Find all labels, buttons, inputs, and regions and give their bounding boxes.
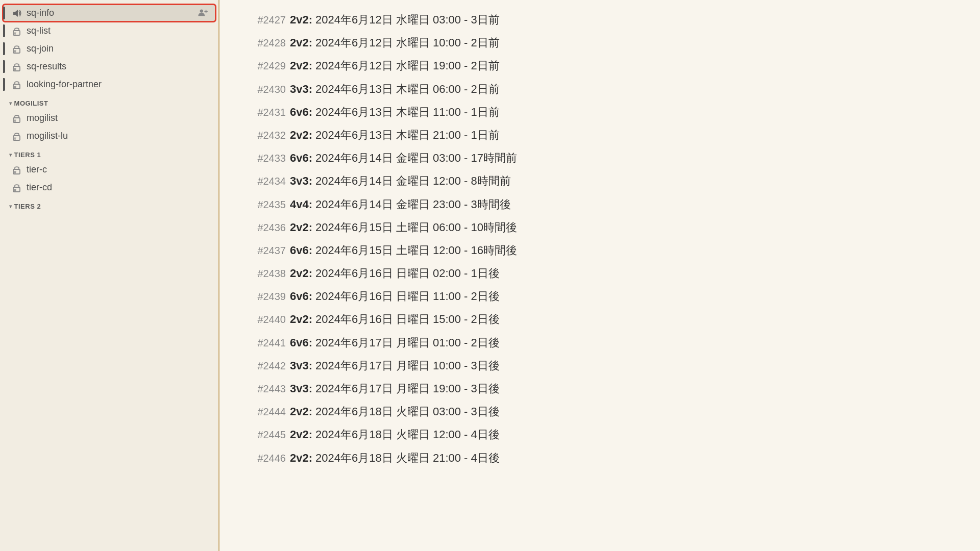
message-content: 2024年6月17日 月曜日 10:00 - 3日後	[315, 357, 500, 374]
svg-marker-0	[13, 10, 18, 17]
section-mogilist[interactable]: ▾ MOGILIST	[0, 93, 218, 109]
channel-name-sq-info: sq-info	[27, 8, 198, 18]
chevron-mogilist: ▾	[9, 101, 12, 106]
message-type: 6v6:	[290, 334, 312, 352]
locked-hash-icon-lfp: #	[12, 80, 22, 89]
message-id: #2442	[250, 358, 286, 374]
message-content: 2024年6月16日 日曜日 11:00 - 2日後	[315, 287, 500, 305]
message-id: #2429	[250, 58, 286, 74]
svg-text:#: #	[14, 31, 16, 36]
message-id: #2445	[250, 427, 286, 443]
message-content: 2024年6月18日 火曜日 12:00 - 4日後	[315, 425, 500, 443]
message-type: 3v3:	[290, 80, 312, 98]
message-type: 4v4:	[290, 195, 312, 213]
message-content: 2024年6月16日 日曜日 02:00 - 1日後	[315, 264, 500, 282]
message-row: #24402v2:2024年6月16日 日曜日 15:00 - 2日後	[250, 308, 960, 331]
locked-hash-icon-tier-c: #	[12, 165, 22, 174]
message-row: #24292v2:2024年6月12日 水曜日 19:00 - 2日前	[250, 54, 960, 77]
message-content: 2024年6月14日 金曜日 03:00 - 17時間前	[315, 149, 517, 167]
message-type: 3v3:	[290, 380, 312, 397]
svg-text:#: #	[14, 67, 16, 71]
message-content: 2024年6月12日 水曜日 10:00 - 2日前	[315, 34, 500, 52]
sidebar-item-looking-for-partner[interactable]: # looking-for-partner	[3, 76, 215, 93]
message-type: 2v2:	[290, 310, 312, 328]
message-row: #24433v3:2024年6月17日 月曜日 19:00 - 3日後	[250, 377, 960, 400]
sidebar-item-tier-cd[interactable]: # tier-cd	[3, 179, 215, 196]
svg-text:#: #	[14, 49, 16, 54]
locked-hash-icon-sq-list: #	[12, 27, 22, 36]
svg-point-1	[200, 9, 203, 12]
message-type: 2v2:	[290, 57, 312, 74]
message-content: 2024年6月18日 火曜日 21:00 - 4日後	[315, 449, 500, 467]
sidebar-item-mogilist[interactable]: # mogilist	[3, 110, 215, 127]
message-row: #24303v3:2024年6月13日 木曜日 06:00 - 2日前	[250, 78, 960, 101]
message-type: 2v2:	[290, 218, 312, 236]
channel-name-tier-c: tier-c	[27, 164, 208, 175]
message-id: #2438	[250, 265, 286, 282]
message-content: 2024年6月13日 木曜日 11:00 - 1日前	[315, 103, 500, 121]
channel-name-looking-for-partner: looking-for-partner	[27, 79, 208, 90]
message-row: #24362v2:2024年6月15日 土曜日 06:00 - 10時間後	[250, 216, 960, 239]
sidebar-item-tier-c[interactable]: # tier-c	[3, 161, 215, 178]
message-type: 2v2:	[290, 11, 312, 29]
message-row: #24354v4:2024年6月14日 金曜日 23:00 - 3時間後	[250, 193, 960, 216]
message-content: 2024年6月15日 土曜日 06:00 - 10時間後	[315, 218, 517, 236]
section-tiers1-label: TIERS 1	[14, 151, 41, 159]
locked-hash-icon-mogilist: #	[12, 114, 22, 123]
locked-hash-icon-tier-cd: #	[12, 183, 22, 192]
section-tiers1[interactable]: ▾ TIERS 1	[0, 145, 218, 161]
message-row: #24396v6:2024年6月16日 日曜日 11:00 - 2日後	[250, 285, 960, 308]
sidebar: sq-info # sq-list	[0, 0, 219, 551]
message-content: 2024年6月12日 水曜日 03:00 - 3日前	[315, 11, 500, 29]
sidebar-item-sq-info[interactable]: sq-info	[3, 5, 215, 21]
message-row: #24282v2:2024年6月12日 水曜日 10:00 - 2日前	[250, 31, 960, 54]
message-type: 6v6:	[290, 287, 312, 305]
section-mogilist-label: MOGILIST	[14, 99, 48, 107]
sidebar-item-sq-join[interactable]: # sq-join	[3, 40, 215, 57]
message-row: #24316v6:2024年6月13日 木曜日 11:00 - 1日前	[250, 101, 960, 123]
sidebar-item-sq-list[interactable]: # sq-list	[3, 22, 215, 39]
section-tiers2[interactable]: ▾ TIERS 2	[0, 196, 218, 212]
message-type: 3v3:	[290, 357, 312, 374]
message-row: #24343v3:2024年6月14日 金曜日 12:00 - 8時間前	[250, 169, 960, 192]
message-id: #2441	[250, 335, 286, 351]
message-content: 2024年6月13日 木曜日 06:00 - 2日前	[315, 80, 500, 98]
message-content: 2024年6月13日 木曜日 21:00 - 1日前	[315, 126, 500, 144]
message-id: #2436	[250, 219, 286, 236]
message-id: #2428	[250, 35, 286, 51]
message-content: 2024年6月12日 水曜日 19:00 - 2日前	[315, 57, 500, 74]
message-content: 2024年6月14日 金曜日 12:00 - 8時間前	[315, 172, 511, 190]
message-row: #24336v6:2024年6月14日 金曜日 03:00 - 17時間前	[250, 146, 960, 169]
locked-hash-icon-sq-results: #	[12, 62, 22, 71]
message-type: 6v6:	[290, 103, 312, 121]
message-id: #2435	[250, 196, 286, 213]
sidebar-item-mogilist-lu[interactable]: # mogilist-lu	[3, 128, 215, 144]
message-type: 2v2:	[290, 449, 312, 467]
svg-text:#: #	[14, 118, 16, 123]
message-id: #2437	[250, 242, 286, 259]
section-tiers2-label: TIERS 2	[14, 203, 41, 210]
message-type: 2v2:	[290, 264, 312, 282]
sidebar-item-sq-results[interactable]: # sq-results	[3, 58, 215, 75]
message-id: #2440	[250, 311, 286, 328]
message-id: #2433	[250, 150, 286, 166]
chevron-tiers1: ▾	[9, 152, 12, 158]
add-member-icon[interactable]	[198, 8, 208, 18]
message-id: #2446	[250, 450, 286, 466]
message-row: #24462v2:2024年6月18日 火曜日 21:00 - 4日後	[250, 446, 960, 469]
message-type: 6v6:	[290, 149, 312, 167]
svg-text:#: #	[14, 188, 16, 192]
message-id: #2432	[250, 127, 286, 143]
message-row: #24442v2:2024年6月18日 火曜日 03:00 - 3日後	[250, 400, 960, 423]
message-row: #24322v2:2024年6月13日 木曜日 21:00 - 1日前	[250, 123, 960, 146]
message-type: 2v2:	[290, 34, 312, 52]
message-id: #2439	[250, 288, 286, 305]
svg-text:#: #	[14, 170, 16, 174]
message-type: 2v2:	[290, 403, 312, 420]
svg-text:#: #	[14, 85, 16, 89]
locked-hash-icon-mogilist-lu: #	[12, 132, 22, 141]
message-row: #24382v2:2024年6月16日 日曜日 02:00 - 1日後	[250, 262, 960, 285]
channel-name-sq-results: sq-results	[27, 61, 208, 72]
channel-name-sq-list: sq-list	[27, 26, 208, 36]
message-id: #2443	[250, 381, 286, 397]
